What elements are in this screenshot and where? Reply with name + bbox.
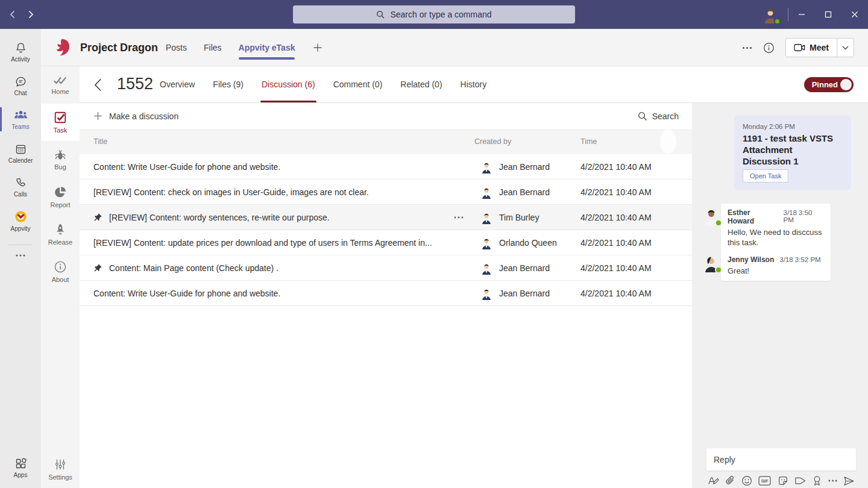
send-icon[interactable] — [843, 476, 855, 486]
sidebar-item-calls[interactable]: Calls — [0, 170, 41, 204]
bug-icon — [54, 149, 67, 161]
sidebar-item-release[interactable]: Release — [41, 216, 80, 253]
app-rail: Activity Chat Teams Calender Calls Appvi… — [0, 29, 41, 488]
sidebar-item-appvity[interactable]: Appvity — [0, 204, 41, 237]
bell-icon — [14, 42, 27, 54]
sidebar-item-report[interactable]: Report — [41, 178, 80, 216]
calendar-icon — [14, 143, 27, 155]
phone-icon — [14, 177, 27, 189]
sidebar-item-teams[interactable]: Teams — [0, 102, 41, 136]
profile-avatar[interactable] — [761, 5, 779, 23]
more-options-icon[interactable] — [828, 480, 837, 482]
tab-appvity-etask[interactable]: Appvity eTask — [239, 29, 295, 66]
settings-sliders-icon — [54, 458, 67, 471]
author-name: Orlando Queen — [499, 238, 557, 248]
gif-icon[interactable]: GIF — [758, 476, 771, 486]
praise-icon[interactable] — [813, 475, 822, 486]
column-header-created-by[interactable]: Created by — [474, 129, 511, 154]
home-checks-icon — [53, 75, 68, 86]
more-apps-button[interactable] — [0, 245, 41, 266]
meet-button[interactable]: Meet — [786, 39, 837, 57]
attach-icon[interactable] — [725, 475, 735, 486]
minimize-button[interactable] — [788, 0, 815, 29]
meet-label: Meet — [810, 43, 829, 52]
forward-arrow-button[interactable] — [27, 10, 35, 19]
stream-icon[interactable] — [794, 476, 807, 486]
conversation-panel: Monday 2:06 PM 1191 - test task VSTS Att… — [692, 103, 868, 488]
sidebar-item-about[interactable]: About — [41, 253, 80, 290]
maximize-button[interactable] — [815, 0, 841, 29]
pinned-toggle[interactable]: Pinned — [804, 77, 854, 92]
table-row[interactable]: [REVIEW] Content: wordy sentences, re-wr… — [80, 205, 692, 230]
meet-dropdown-button[interactable] — [837, 39, 854, 57]
message-text: Great! — [728, 266, 824, 276]
row-time: 4/2/2021 10:40 AM — [580, 205, 652, 230]
chat-message: Jenny Wilson 3/18 3:52 PM Great! — [721, 251, 831, 281]
appvity-logo-icon — [14, 210, 28, 224]
sidebar-item-calendar[interactable]: Calender — [0, 136, 41, 170]
sticker-icon[interactable] — [778, 475, 788, 486]
sidebar-item-home[interactable]: Home — [41, 66, 80, 104]
discussion-actions-bar: Make a discussion Search — [80, 103, 692, 129]
add-tab-icon[interactable] — [313, 43, 322, 52]
info-circle-icon — [54, 260, 67, 274]
teams-people-icon — [14, 109, 28, 122]
column-header-title[interactable]: Title — [93, 129, 107, 154]
format-icon[interactable] — [708, 476, 719, 486]
tab-discussion[interactable]: Discussion (6) — [262, 66, 315, 102]
apps-grid-icon — [14, 457, 27, 470]
emoji-icon[interactable] — [741, 475, 752, 486]
open-task-button[interactable]: Open Task — [743, 169, 788, 183]
avatar — [480, 186, 493, 199]
message-author: Esther Howard — [728, 208, 778, 225]
tab-overview[interactable]: Overview — [160, 66, 195, 102]
author-name: Jean Bernard — [499, 187, 550, 197]
etask-sidebar: Home Task Bug Report Release About Setti… — [41, 66, 80, 488]
table-row[interactable]: [REVIEW] Content: check on images in Use… — [80, 180, 692, 205]
discussion-search-button[interactable]: Search — [638, 111, 679, 121]
avatar — [480, 261, 493, 275]
row-more-options-icon[interactable] — [454, 205, 464, 230]
pie-chart-icon — [54, 186, 67, 199]
pinned-toggle-label: Pinned — [812, 80, 838, 89]
channel-header: Project Dragon Posts Files Appvity eTask… — [41, 29, 868, 66]
avatar — [480, 160, 493, 174]
row-time: 4/2/2021 10:40 AM — [580, 230, 652, 255]
tab-posts[interactable]: Posts — [166, 29, 187, 66]
close-button[interactable] — [841, 0, 868, 29]
search-placeholder-text: Search or type a command — [390, 10, 491, 19]
search-icon — [638, 111, 647, 121]
sidebar-item-task[interactable]: Task — [41, 104, 80, 141]
table-row[interactable]: [REVIEW] Content: update prices per down… — [80, 230, 692, 255]
back-chevron-button[interactable] — [94, 78, 102, 92]
history-nav — [8, 0, 35, 29]
table-row[interactable]: Content: Main Page content (Check update… — [80, 255, 692, 281]
pin-icon — [93, 213, 109, 222]
tab-comment[interactable]: Comment (0) — [333, 66, 383, 102]
sidebar-item-settings[interactable]: Settings — [41, 451, 80, 488]
channel-info-icon[interactable] — [763, 42, 775, 54]
command-search[interactable]: Search or type a command — [293, 5, 575, 23]
row-time: 4/2/2021 10:40 AM — [580, 281, 652, 306]
chat-icon — [14, 75, 27, 88]
table-row[interactable]: Content: Write User-Guide for phone and … — [80, 281, 692, 306]
sidebar-item-apps[interactable]: Apps — [0, 451, 41, 484]
make-discussion-button[interactable]: Make a discussion — [80, 111, 178, 121]
message-time: 3/18 3:50 PM — [784, 209, 824, 224]
reply-input[interactable] — [706, 448, 856, 471]
back-arrow-button[interactable] — [8, 10, 17, 19]
row-time: 4/2/2021 10:40 AM — [580, 154, 652, 180]
tab-related[interactable]: Related (0) — [400, 66, 442, 102]
more-options-icon[interactable] — [742, 46, 752, 49]
channel-tab-strip: Posts Files Appvity eTask — [166, 29, 322, 66]
sidebar-item-bug[interactable]: Bug — [41, 141, 80, 178]
tab-files[interactable]: Files — [204, 29, 222, 66]
sidebar-item-activity[interactable]: Activity — [0, 35, 41, 69]
pin-icon — [93, 263, 109, 272]
sidebar-item-chat[interactable]: Chat — [0, 69, 41, 102]
tab-history[interactable]: History — [461, 66, 487, 102]
tab-files[interactable]: Files (9) — [213, 66, 244, 102]
column-header-time[interactable]: Time — [580, 129, 597, 154]
table-row[interactable]: Content: Write User-Guide for phone and … — [80, 154, 692, 180]
available-status-icon — [774, 18, 781, 25]
